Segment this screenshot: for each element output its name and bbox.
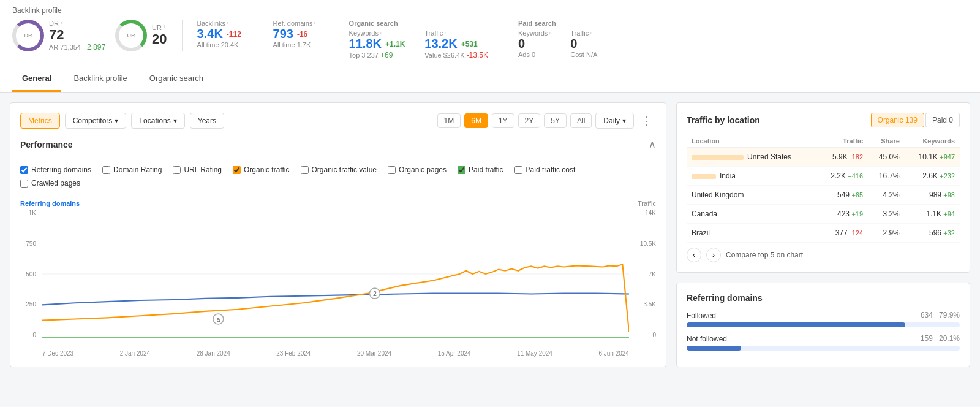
paid-traffic-info-icon[interactable]: ⁱ: [590, 30, 592, 37]
ur-label: UR: [152, 24, 162, 31]
checkbox-paid-traffic-cost-input[interactable]: [514, 166, 522, 174]
checkbox-organic-pages-label: Organic pages: [399, 165, 447, 174]
svg-text:a: a: [216, 316, 220, 323]
organic-traffic-change: +531: [461, 40, 478, 48]
traffic-value: 423: [837, 210, 850, 218]
checkbox-url-rating[interactable]: URL Rating: [173, 165, 222, 174]
traffic-value: 377: [835, 229, 848, 237]
compare-next-button[interactable]: ›: [706, 248, 721, 262]
tab-general[interactable]: General: [12, 66, 61, 92]
tabs-bar: General Backlink profile Organic search: [0, 66, 980, 93]
share-cell: 2.9%: [868, 224, 905, 243]
left-panel: Metrics Competitors ▾ Locations ▾ Years …: [10, 102, 666, 367]
keywords-value: 596: [929, 229, 941, 237]
organic-traffic-sub-change: -13.5K: [467, 51, 488, 59]
chart-right-label: Traffic: [638, 200, 656, 207]
keywords-value: 1.1K: [926, 210, 941, 218]
checkbox-crawled-pages-input[interactable]: [20, 180, 28, 188]
x-label-7: 6 Jun 2024: [598, 350, 629, 357]
time-all-button[interactable]: All: [570, 113, 592, 128]
organic-keywords-info-icon[interactable]: ⁱ: [380, 30, 382, 37]
time-5y-button[interactable]: 5Y: [544, 113, 567, 128]
location-table: Location Traffic Share Keywords United S…: [687, 135, 960, 243]
checkbox-paid-traffic-cost[interactable]: Paid traffic cost: [514, 165, 576, 174]
traffic-cell: 377 -124: [818, 224, 868, 243]
checkbox-organic-traffic-value-input[interactable]: [301, 166, 309, 174]
referring-domain-bar-fill: [687, 322, 905, 327]
checkbox-crawled-pages[interactable]: Crawled pages: [20, 179, 80, 188]
backlinks-value: 3.4K: [197, 27, 223, 41]
toggle-organic-button[interactable]: Organic 139: [871, 113, 924, 127]
checkbox-domain-rating-label: Domain Rating: [113, 165, 162, 174]
tab-organic-search[interactable]: Organic search: [140, 66, 213, 92]
location-cell: Brazil: [687, 224, 818, 243]
checkbox-paid-traffic[interactable]: Paid traffic: [458, 165, 503, 174]
checkbox-row: Referring domains Domain Rating URL Rati…: [20, 165, 656, 174]
keywords-change: +947: [940, 153, 955, 161]
svg-text:2: 2: [373, 290, 377, 297]
time-6m-button[interactable]: 6M: [464, 113, 488, 128]
traffic-change: +19: [851, 210, 863, 218]
right-axis-35k: 3.5K: [643, 301, 656, 308]
keywords-change: +232: [940, 172, 955, 180]
backlinks-label: Backlinks: [197, 20, 225, 27]
compare-prev-button[interactable]: ‹: [687, 248, 701, 262]
x-label-5: 15 Apr 2024: [438, 350, 471, 357]
location-cell: United Kingdom: [687, 186, 818, 205]
organic-traffic-sub: Value $26.4K: [424, 51, 464, 59]
location-table-row: India2.2K +41616.7%2.6K +232: [687, 167, 960, 186]
dr-info-icon[interactable]: ⁱ: [61, 20, 62, 27]
location-name: United States: [747, 153, 791, 161]
tab-backlink-profile[interactable]: Backlink profile: [64, 66, 137, 92]
location-name: India: [720, 172, 736, 180]
checkbox-domain-rating-input[interactable]: [102, 166, 110, 174]
paid-keywords-sub: Ads 0: [518, 51, 551, 58]
x-label-2: 28 Jan 2024: [197, 350, 230, 357]
referring-domain-bar-fill: [687, 346, 741, 351]
right-axis-0: 0: [652, 332, 656, 338]
ref-domains-sub: All time 1.7K: [273, 41, 319, 48]
checkbox-organic-pages[interactable]: Organic pages: [388, 165, 447, 174]
daily-dropdown-button[interactable]: Daily ▾: [595, 113, 634, 129]
traffic-change: -182: [850, 153, 863, 161]
checkbox-organic-traffic[interactable]: Organic traffic: [233, 165, 289, 174]
performance-collapse-button[interactable]: ∧: [649, 139, 656, 150]
organic-keywords-value: 11.8K: [349, 37, 382, 51]
years-button[interactable]: Years: [190, 113, 224, 129]
location-table-row: Brazil377 -1242.9%596 +32: [687, 224, 960, 243]
checkbox-organic-pages-input[interactable]: [388, 166, 396, 174]
checkbox-organic-traffic-value[interactable]: Organic traffic value: [301, 165, 377, 174]
paid-keywords-info-icon[interactable]: ⁱ: [549, 30, 551, 37]
checkbox-paid-traffic-cost-label: Paid traffic cost: [526, 165, 576, 174]
location-cell: India: [687, 167, 818, 186]
checkbox-organic-traffic-input[interactable]: [233, 166, 241, 174]
checkbox-crawled-pages-label: Crawled pages: [31, 179, 80, 188]
checkbox-url-rating-input[interactable]: [173, 166, 181, 174]
time-1y-button[interactable]: 1Y: [492, 113, 514, 128]
time-2y-button[interactable]: 2Y: [518, 113, 541, 128]
ref-domains-info-icon[interactable]: ⁱ: [314, 20, 315, 27]
metrics-button[interactable]: Metrics: [20, 113, 60, 129]
paid-traffic-value: 0: [570, 37, 597, 51]
keywords-value: 989: [929, 191, 941, 199]
keywords-value: 2.6K: [922, 172, 938, 180]
organic-traffic-info-icon[interactable]: ⁱ: [445, 30, 446, 37]
traffic-cell: 5.9K -182: [818, 148, 868, 167]
ur-info-icon[interactable]: ⁱ: [164, 25, 165, 31]
referring-domain-label-row: Followed ⁱ634 79.9%: [687, 310, 960, 320]
time-1m-button[interactable]: 1M: [437, 113, 461, 128]
checkbox-domain-rating[interactable]: Domain Rating: [102, 165, 162, 174]
keywords-change: +94: [943, 210, 955, 218]
referring-domain-stats: 634 79.9%: [921, 311, 960, 319]
left-axis-1k: 1K: [29, 210, 36, 216]
checkbox-referring-domains-input[interactable]: [20, 166, 28, 174]
organic-keywords-sub-change: +69: [380, 51, 393, 59]
competitors-button[interactable]: Competitors ▾: [65, 113, 127, 129]
checkbox-paid-traffic-input[interactable]: [458, 166, 466, 174]
toggle-paid-button[interactable]: Paid 0: [925, 113, 960, 127]
locations-button[interactable]: Locations ▾: [131, 113, 184, 129]
more-options-button[interactable]: ⋮: [638, 113, 656, 129]
x-label-3: 23 Feb 2024: [276, 350, 311, 357]
checkbox-referring-domains[interactable]: Referring domains: [20, 165, 91, 174]
backlinks-info-icon[interactable]: ⁱ: [227, 20, 228, 27]
